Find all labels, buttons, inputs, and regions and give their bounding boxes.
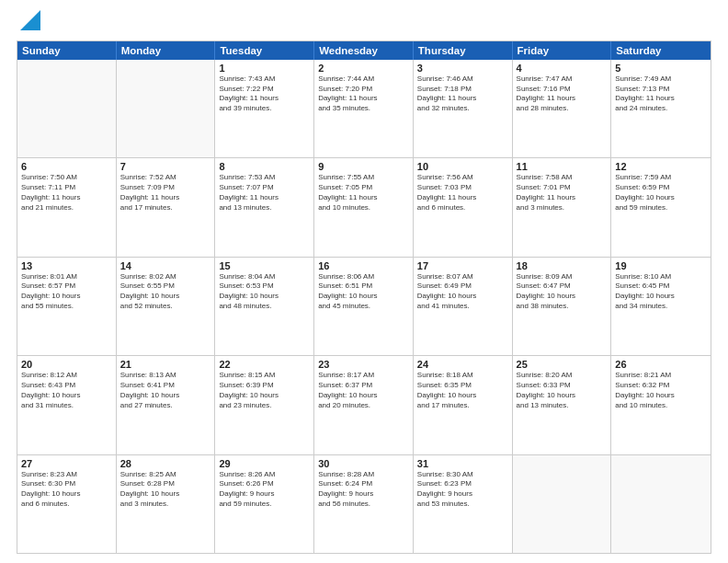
cell-info: Sunrise: 8:25 AM Sunset: 6:28 PM Dayligh… xyxy=(120,470,211,510)
calendar-cell: 10Sunrise: 7:56 AM Sunset: 7:03 PM Dayli… xyxy=(414,158,513,256)
cell-info: Sunrise: 8:28 AM Sunset: 6:24 PM Dayligh… xyxy=(318,470,409,510)
cell-info: Sunrise: 7:52 AM Sunset: 7:09 PM Dayligh… xyxy=(120,173,211,213)
calendar-cell: 11Sunrise: 7:58 AM Sunset: 7:01 PM Dayli… xyxy=(513,158,612,256)
day-number: 20 xyxy=(21,359,112,370)
calendar-cell: 24Sunrise: 8:18 AM Sunset: 6:35 PM Dayli… xyxy=(414,356,513,454)
cell-info: Sunrise: 8:02 AM Sunset: 6:55 PM Dayligh… xyxy=(120,272,211,312)
calendar-cell: 25Sunrise: 8:20 AM Sunset: 6:33 PM Dayli… xyxy=(513,356,612,454)
day-number: 15 xyxy=(219,260,310,271)
day-number: 8 xyxy=(219,161,310,172)
cell-info: Sunrise: 8:26 AM Sunset: 6:26 PM Dayligh… xyxy=(219,470,310,510)
cell-info: Sunrise: 8:13 AM Sunset: 6:41 PM Dayligh… xyxy=(120,371,211,410)
day-number: 23 xyxy=(318,359,409,370)
header xyxy=(17,15,711,33)
calendar-cell xyxy=(117,60,216,157)
day-number: 17 xyxy=(417,260,508,271)
calendar-cell: 21Sunrise: 8:13 AM Sunset: 6:41 PM Dayli… xyxy=(117,356,216,454)
calendar-cell: 30Sunrise: 8:28 AM Sunset: 6:24 PM Dayli… xyxy=(314,455,414,553)
cell-info: Sunrise: 7:59 AM Sunset: 6:59 PM Dayligh… xyxy=(615,173,707,213)
day-number: 26 xyxy=(615,359,707,370)
weekday-header: Tuesday xyxy=(215,41,314,60)
calendar-cell xyxy=(611,455,711,553)
day-number: 31 xyxy=(417,458,508,469)
cell-info: Sunrise: 7:49 AM Sunset: 7:13 PM Dayligh… xyxy=(615,75,707,114)
calendar-body: 1Sunrise: 7:43 AM Sunset: 7:22 PM Daylig… xyxy=(17,60,711,553)
cell-info: Sunrise: 8:10 AM Sunset: 6:45 PM Dayligh… xyxy=(615,272,707,312)
calendar-cell: 22Sunrise: 8:15 AM Sunset: 6:39 PM Dayli… xyxy=(215,356,314,454)
cell-info: Sunrise: 8:09 AM Sunset: 6:47 PM Dayligh… xyxy=(517,272,608,312)
weekday-header: Wednesday xyxy=(314,41,414,60)
cell-info: Sunrise: 7:46 AM Sunset: 7:18 PM Dayligh… xyxy=(417,75,508,114)
calendar-row: 20Sunrise: 8:12 AM Sunset: 6:43 PM Dayli… xyxy=(17,356,711,454)
day-number: 1 xyxy=(219,63,310,74)
calendar-cell: 18Sunrise: 8:09 AM Sunset: 6:47 PM Dayli… xyxy=(513,258,612,355)
cell-info: Sunrise: 8:15 AM Sunset: 6:39 PM Dayligh… xyxy=(219,371,310,410)
weekday-header: Thursday xyxy=(414,41,513,60)
cell-info: Sunrise: 8:30 AM Sunset: 6:23 PM Dayligh… xyxy=(417,470,508,510)
cell-info: Sunrise: 8:17 AM Sunset: 6:37 PM Dayligh… xyxy=(318,371,409,410)
day-number: 19 xyxy=(615,260,707,271)
day-number: 13 xyxy=(21,260,112,271)
day-number: 21 xyxy=(120,359,211,370)
calendar-row: 27Sunrise: 8:23 AM Sunset: 6:30 PM Dayli… xyxy=(17,455,711,553)
calendar-cell: 9Sunrise: 7:55 AM Sunset: 7:05 PM Daylig… xyxy=(314,158,414,256)
day-number: 11 xyxy=(517,161,608,172)
logo xyxy=(17,15,40,33)
calendar-cell: 31Sunrise: 8:30 AM Sunset: 6:23 PM Dayli… xyxy=(414,455,513,553)
cell-info: Sunrise: 8:01 AM Sunset: 6:57 PM Dayligh… xyxy=(21,272,112,312)
day-number: 7 xyxy=(120,161,211,172)
calendar-cell: 5Sunrise: 7:49 AM Sunset: 7:13 PM Daylig… xyxy=(611,60,711,157)
calendar-cell: 26Sunrise: 8:21 AM Sunset: 6:32 PM Dayli… xyxy=(611,356,711,454)
calendar-cell: 17Sunrise: 8:07 AM Sunset: 6:49 PM Dayli… xyxy=(414,258,513,355)
cell-info: Sunrise: 7:58 AM Sunset: 7:01 PM Dayligh… xyxy=(517,173,608,213)
day-number: 25 xyxy=(517,359,608,370)
weekday-header: Saturday xyxy=(611,41,711,60)
weekday-header: Friday xyxy=(513,41,612,60)
logo-icon xyxy=(20,10,40,30)
calendar: SundayMondayTuesdayWednesdayThursdayFrid… xyxy=(17,40,711,554)
cell-info: Sunrise: 7:53 AM Sunset: 7:07 PM Dayligh… xyxy=(219,173,310,213)
day-number: 5 xyxy=(615,63,707,74)
cell-info: Sunrise: 7:50 AM Sunset: 7:11 PM Dayligh… xyxy=(21,173,112,213)
page: SundayMondayTuesdayWednesdayThursdayFrid… xyxy=(0,0,728,563)
calendar-cell: 16Sunrise: 8:06 AM Sunset: 6:51 PM Dayli… xyxy=(314,258,414,355)
day-number: 22 xyxy=(219,359,310,370)
calendar-cell: 29Sunrise: 8:26 AM Sunset: 6:26 PM Dayli… xyxy=(215,455,314,553)
calendar-cell: 12Sunrise: 7:59 AM Sunset: 6:59 PM Dayli… xyxy=(611,158,711,256)
calendar-cell: 28Sunrise: 8:25 AM Sunset: 6:28 PM Dayli… xyxy=(117,455,216,553)
cell-info: Sunrise: 8:12 AM Sunset: 6:43 PM Dayligh… xyxy=(21,371,112,410)
calendar-cell: 20Sunrise: 8:12 AM Sunset: 6:43 PM Dayli… xyxy=(17,356,117,454)
cell-info: Sunrise: 8:20 AM Sunset: 6:33 PM Dayligh… xyxy=(517,371,608,410)
day-number: 12 xyxy=(615,161,707,172)
cell-info: Sunrise: 8:04 AM Sunset: 6:53 PM Dayligh… xyxy=(219,272,310,312)
weekday-header: Monday xyxy=(117,41,216,60)
calendar-row: 6Sunrise: 7:50 AM Sunset: 7:11 PM Daylig… xyxy=(17,158,711,257)
calendar-cell: 14Sunrise: 8:02 AM Sunset: 6:55 PM Dayli… xyxy=(117,258,216,355)
day-number: 6 xyxy=(21,161,112,172)
cell-info: Sunrise: 7:55 AM Sunset: 7:05 PM Dayligh… xyxy=(318,173,409,213)
cell-info: Sunrise: 8:23 AM Sunset: 6:30 PM Dayligh… xyxy=(21,470,112,510)
day-number: 14 xyxy=(120,260,211,271)
cell-info: Sunrise: 8:07 AM Sunset: 6:49 PM Dayligh… xyxy=(417,272,508,312)
calendar-cell: 6Sunrise: 7:50 AM Sunset: 7:11 PM Daylig… xyxy=(17,158,117,256)
day-number: 3 xyxy=(417,63,508,74)
calendar-cell: 8Sunrise: 7:53 AM Sunset: 7:07 PM Daylig… xyxy=(215,158,314,256)
calendar-cell: 23Sunrise: 8:17 AM Sunset: 6:37 PM Dayli… xyxy=(314,356,414,454)
svg-marker-0 xyxy=(20,10,40,30)
day-number: 10 xyxy=(417,161,508,172)
calendar-cell: 4Sunrise: 7:47 AM Sunset: 7:16 PM Daylig… xyxy=(513,60,612,157)
calendar-cell: 27Sunrise: 8:23 AM Sunset: 6:30 PM Dayli… xyxy=(17,455,117,553)
cell-info: Sunrise: 7:43 AM Sunset: 7:22 PM Dayligh… xyxy=(219,75,310,114)
weekday-header: Sunday xyxy=(17,41,117,60)
day-number: 30 xyxy=(318,458,409,469)
cell-info: Sunrise: 7:47 AM Sunset: 7:16 PM Dayligh… xyxy=(517,75,608,114)
cell-info: Sunrise: 7:44 AM Sunset: 7:20 PM Dayligh… xyxy=(318,75,409,114)
calendar-cell: 7Sunrise: 7:52 AM Sunset: 7:09 PM Daylig… xyxy=(117,158,216,256)
calendar-row: 13Sunrise: 8:01 AM Sunset: 6:57 PM Dayli… xyxy=(17,258,711,356)
day-number: 27 xyxy=(21,458,112,469)
calendar-cell: 19Sunrise: 8:10 AM Sunset: 6:45 PM Dayli… xyxy=(611,258,711,355)
cell-info: Sunrise: 8:18 AM Sunset: 6:35 PM Dayligh… xyxy=(417,371,508,410)
day-number: 4 xyxy=(517,63,608,74)
day-number: 18 xyxy=(517,260,608,271)
calendar-cell xyxy=(513,455,612,553)
